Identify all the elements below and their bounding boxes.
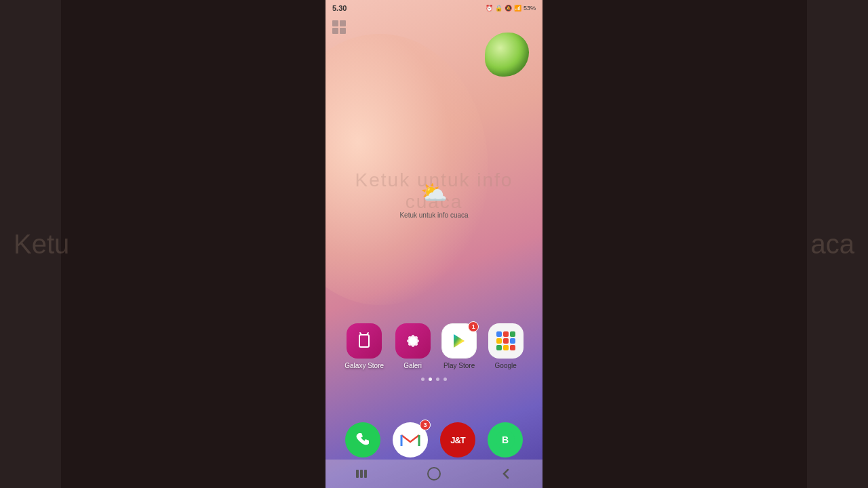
play-store-badge: 1 [468, 321, 479, 332]
galeri-svg [403, 331, 423, 351]
dock-phone[interactable] [345, 422, 380, 458]
page-dot-4[interactable] [443, 378, 447, 381]
galeri-label: Galeri [403, 362, 422, 369]
phone-icon [345, 422, 380, 458]
svg-rect-14 [356, 470, 359, 478]
weather-icon: ⛅ [399, 180, 468, 205]
page-dot-3[interactable] [436, 378, 439, 381]
grid-dot [332, 28, 338, 34]
weather-text: Ketuk untuk info cuaca [399, 211, 468, 219]
play-store-icon: 1 [441, 323, 477, 359]
back-button[interactable] [493, 464, 520, 484]
grid-dot [340, 28, 346, 34]
g-dot [510, 338, 515, 344]
google-icon [488, 323, 524, 359]
svg-point-7 [410, 338, 416, 344]
page-indicators [421, 378, 447, 381]
svg-rect-16 [364, 470, 367, 478]
g-dot [503, 345, 509, 350]
app-galaxy-store[interactable]: Galaxy Store [344, 323, 384, 369]
g-dot [496, 345, 502, 350]
navigation-bar [326, 460, 542, 488]
jnt-text: J&T [450, 435, 465, 445]
g-dot [503, 331, 509, 337]
grid-dot [340, 20, 346, 26]
weather-widget[interactable]: ⛅ Ketuk untuk info cuaca [399, 180, 468, 220]
google-label: Google [495, 362, 517, 369]
svg-marker-8 [454, 334, 465, 348]
galaxy-store-icon [347, 323, 382, 359]
recents-icon [355, 469, 368, 479]
dock-whatsapp-business[interactable]: B [488, 422, 523, 458]
lock-icon: 🔒 [495, 5, 502, 12]
right-side-text: aca [811, 229, 855, 260]
galeri-icon [395, 323, 431, 359]
status-icons: ⏰ 🔒 🔕 📶 53% [486, 5, 536, 12]
wifi-icon: 📶 [514, 5, 521, 12]
battery-text: 53% [524, 5, 536, 12]
app-google[interactable]: Google [488, 323, 524, 369]
home-icon [427, 467, 441, 481]
jnt-icon: J&T [440, 422, 475, 458]
g-dot [503, 338, 509, 344]
status-time: 5.30 [332, 4, 347, 12]
wab-icon: B [488, 422, 523, 458]
grid-dot [332, 20, 338, 26]
phone-svg [353, 430, 372, 449]
g-dot [496, 338, 502, 344]
app-grid-row: Galaxy Store Galeri [326, 323, 542, 369]
play-store-svg [450, 331, 469, 350]
wab-svg: B [495, 430, 515, 450]
svg-rect-15 [360, 470, 363, 478]
google-dots-grid [496, 331, 515, 350]
galaxy-store-svg [355, 331, 374, 350]
alarm-icon: ⏰ [486, 5, 493, 12]
home-button[interactable] [420, 464, 448, 484]
svg-point-17 [428, 468, 440, 480]
dock-jnt[interactable]: J&T [440, 422, 475, 458]
gmail-icon: 3 [393, 422, 428, 458]
svg-rect-0 [359, 335, 369, 347]
back-icon [501, 468, 512, 479]
play-store-label: Play Store [443, 362, 475, 369]
right-panel: aca [542, 0, 807, 488]
dock-gmail[interactable]: 3 [393, 422, 428, 458]
dock: 3 J&T B [326, 422, 542, 458]
app-play-store[interactable]: 1 Play Store [441, 323, 477, 369]
g-dot [496, 331, 502, 337]
gmail-badge: 3 [420, 420, 431, 430]
galaxy-store-label: Galaxy Store [344, 362, 384, 369]
page-dot-1[interactable] [421, 378, 425, 381]
page-dot-2[interactable] [429, 378, 432, 381]
app-drawer-button[interactable] [332, 20, 346, 34]
app-galeri[interactable]: Galeri [395, 323, 431, 369]
g-dot [510, 331, 515, 337]
mute-icon: 🔕 [505, 5, 512, 12]
svg-rect-9 [400, 432, 420, 447]
svg-text:B: B [502, 434, 509, 445]
g-dot [510, 345, 515, 350]
gmail-svg [400, 432, 420, 447]
status-bar: 5.30 ⏰ 🔒 🔕 📶 53% [326, 0, 542, 16]
recents-button[interactable] [348, 464, 375, 484]
